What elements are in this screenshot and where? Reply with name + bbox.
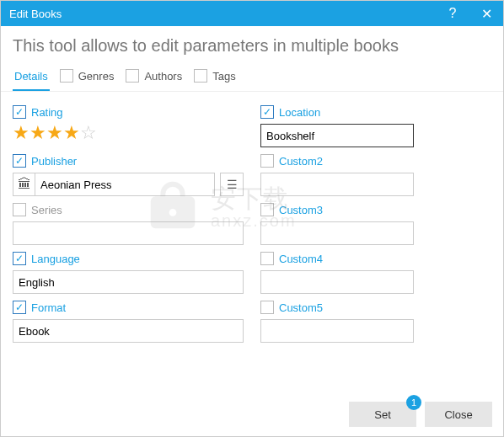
custom4-input[interactable] — [260, 270, 414, 294]
star-icon[interactable]: ★ — [46, 124, 63, 142]
field-location: Location — [260, 104, 491, 147]
tabs-bar: Details Genres Authors Tags — [1, 61, 503, 92]
language-label: Language — [31, 253, 80, 265]
field-format: Format Ebook — [13, 299, 244, 343]
star-outline-icon[interactable]: ☆ — [80, 124, 97, 142]
custom2-label: Custom2 — [279, 155, 323, 168]
tab-details[interactable]: Details — [13, 65, 50, 91]
set-badge: 1 — [406, 395, 421, 410]
subtitle: This tool allows to edit parameters in m… — [1, 26, 503, 61]
field-language: Language English — [13, 250, 244, 294]
custom5-checkbox[interactable] — [260, 301, 274, 314]
format-select[interactable]: Ebook — [13, 319, 244, 343]
titlebar: Edit Books ? ✕ — [1, 1, 503, 26]
custom4-label: Custom4 — [279, 253, 323, 265]
star-icon[interactable]: ★ — [29, 124, 46, 142]
series-select[interactable] — [13, 221, 244, 245]
form-body: Rating ★ ★ ★ ★ ☆ Location Publisher 🏛 Ae… — [1, 92, 503, 343]
window-title: Edit Books — [9, 8, 62, 20]
field-rating: Rating ★ ★ ★ ★ ☆ — [13, 104, 244, 147]
custom3-input[interactable] — [260, 221, 414, 245]
checkbox-icon — [126, 69, 139, 83]
language-checkbox[interactable] — [13, 252, 26, 265]
checkbox-icon — [60, 69, 73, 83]
rating-label: Rating — [31, 106, 63, 119]
format-checkbox[interactable] — [13, 301, 26, 314]
format-label: Format — [31, 301, 66, 314]
field-custom4: Custom4 — [260, 250, 491, 294]
publisher-checkbox[interactable] — [13, 154, 26, 168]
close-window-button[interactable]: ✕ — [469, 1, 503, 26]
custom2-input[interactable] — [260, 173, 414, 196]
field-publisher: Publisher 🏛 Aeonian Press ☰ — [13, 152, 244, 196]
field-series: Series — [13, 201, 244, 245]
field-custom3: Custom3 — [260, 201, 491, 245]
field-custom5: Custom5 — [260, 299, 491, 343]
close-button[interactable]: Close — [425, 402, 492, 427]
custom5-label: Custom5 — [279, 301, 323, 314]
location-input[interactable] — [260, 124, 414, 147]
series-checkbox[interactable] — [13, 203, 26, 216]
star-icon[interactable]: ★ — [13, 124, 29, 142]
list-icon[interactable]: ☰ — [220, 173, 244, 196]
custom3-label: Custom3 — [279, 204, 323, 216]
series-label: Series — [31, 204, 62, 216]
building-icon: 🏛 — [13, 173, 35, 196]
custom4-checkbox[interactable] — [260, 252, 274, 265]
rating-stars[interactable]: ★ ★ ★ ★ ☆ — [13, 124, 244, 142]
location-label: Location — [279, 106, 320, 119]
tab-authors[interactable]: Authors — [124, 64, 184, 91]
tab-tags[interactable]: Tags — [192, 64, 237, 91]
help-button[interactable]: ? — [436, 1, 469, 26]
rating-checkbox[interactable] — [13, 105, 26, 119]
footer: Set 1 Close — [349, 402, 492, 427]
tab-genres[interactable]: Genres — [58, 64, 116, 91]
publisher-select[interactable]: Aeonian Press — [35, 173, 215, 196]
custom3-checkbox[interactable] — [260, 203, 274, 216]
field-custom2: Custom2 — [260, 152, 491, 196]
checkbox-icon — [194, 69, 207, 83]
set-button[interactable]: Set 1 — [349, 402, 416, 427]
location-checkbox[interactable] — [260, 105, 274, 119]
custom5-input[interactable] — [260, 319, 414, 343]
custom2-checkbox[interactable] — [260, 154, 274, 168]
language-select[interactable]: English — [13, 270, 244, 294]
star-icon[interactable]: ★ — [63, 124, 80, 142]
publisher-label: Publisher — [31, 155, 77, 168]
